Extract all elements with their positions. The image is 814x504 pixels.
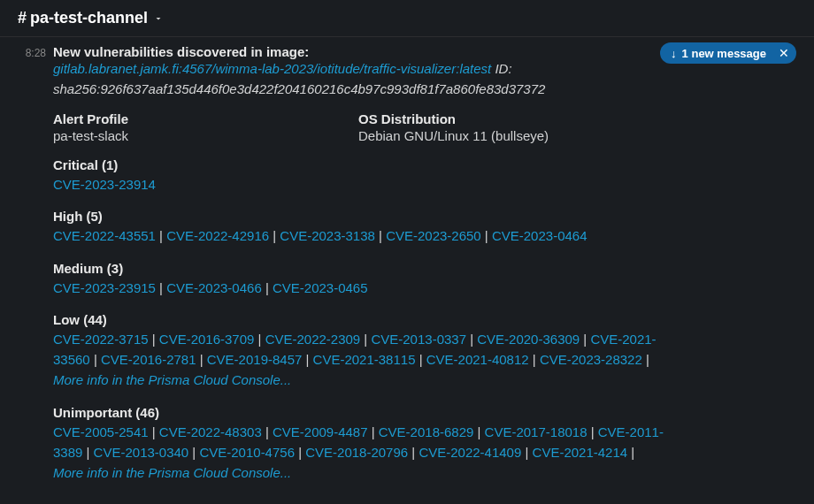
separator: | xyxy=(196,352,207,367)
more-info-link[interactable]: More info in the Prisma Cloud Console... xyxy=(53,372,291,387)
cve-link[interactable]: CVE-2009-4487 xyxy=(273,424,368,439)
separator: | xyxy=(90,352,101,367)
arrow-down-icon: ↓ xyxy=(671,47,677,60)
cve-link[interactable]: CVE-2023-2650 xyxy=(386,228,481,243)
cve-link[interactable]: CVE-2021-40812 xyxy=(426,352,529,367)
new-message-label: 1 new message xyxy=(682,47,766,60)
image-ref-link[interactable]: gitlab.labranet.jamk.fi:4567/wimma-lab-2… xyxy=(53,61,491,76)
cve-link[interactable]: CVE-2022-48303 xyxy=(159,424,262,439)
cve-link[interactable]: CVE-2023-3138 xyxy=(280,228,375,243)
separator: | xyxy=(360,332,371,347)
close-icon[interactable]: ✕ xyxy=(779,46,789,60)
id-label: ID: xyxy=(495,61,511,76)
cve-link[interactable]: CVE-2021-4214 xyxy=(533,445,628,460)
separator: | xyxy=(416,352,426,367)
cve-link[interactable]: CVE-2019-8457 xyxy=(207,352,303,367)
cve-link[interactable]: CVE-2018-6829 xyxy=(379,424,474,439)
message-headline: New vulnerabilities discovered in image: xyxy=(53,44,664,59)
alert-profile-value: pa-test-slack xyxy=(53,128,358,143)
cve-link[interactable]: CVE-2018-20796 xyxy=(305,445,408,460)
more-info-link[interactable]: More info in the Prisma Cloud Console... xyxy=(53,465,291,480)
channel-name: pa-test-channel xyxy=(30,9,148,27)
cve-link[interactable]: CVE-2022-41409 xyxy=(419,445,521,460)
cve-link[interactable]: CVE-2023-28322 xyxy=(540,352,642,367)
field-alert-profile: Alert Profile pa-test-slack xyxy=(53,111,358,143)
cve-link[interactable]: CVE-2013-0340 xyxy=(94,445,189,460)
separator: | xyxy=(408,445,419,460)
image-line: gitlab.labranet.jamk.fi:4567/wimma-lab-2… xyxy=(53,59,664,99)
separator: | xyxy=(473,424,484,439)
cve-list: CVE-2023-23915 | CVE-2023-0466 | CVE-202… xyxy=(53,278,664,298)
separator: | xyxy=(587,424,598,439)
cve-list: CVE-2022-3715 | CVE-2016-3709 | CVE-2022… xyxy=(53,329,664,391)
separator: | xyxy=(521,445,532,460)
separator: | xyxy=(580,332,590,347)
new-message-pill[interactable]: ↓ 1 new message ✕ xyxy=(660,42,796,64)
cve-link[interactable]: CVE-2005-2541 xyxy=(53,424,149,439)
separator: | xyxy=(481,228,492,243)
os-dist-label: OS Distribution xyxy=(358,111,664,126)
vuln-category: High (5)CVE-2022-43551 | CVE-2022-42916 … xyxy=(53,209,664,246)
chevron-down-icon xyxy=(153,13,164,24)
vulnerability-categories: Critical (1)CVE-2023-23914High (5)CVE-20… xyxy=(53,157,664,483)
message-area: ↓ 1 new message ✕ 8:28 New vulnerabiliti… xyxy=(0,37,814,500)
separator: | xyxy=(149,332,159,347)
separator: | xyxy=(156,228,166,243)
fields: Alert Profile pa-test-slack OS Distribut… xyxy=(53,111,664,143)
separator: | xyxy=(642,352,649,367)
separator: | xyxy=(254,332,265,347)
cve-link[interactable]: CVE-2013-0337 xyxy=(371,332,466,347)
separator: | xyxy=(262,280,273,295)
field-os-dist: OS Distribution Debian GNU/Linux 11 (bul… xyxy=(358,111,664,143)
separator: | xyxy=(466,332,477,347)
cve-link[interactable]: CVE-2022-43551 xyxy=(53,228,156,243)
cve-list: CVE-2022-43551 | CVE-2022-42916 | CVE-20… xyxy=(53,225,664,246)
cve-link[interactable]: CVE-2023-23915 xyxy=(53,280,156,295)
cve-link[interactable]: CVE-2022-2309 xyxy=(265,332,361,347)
vuln-category: Low (44)CVE-2022-3715 | CVE-2016-3709 | … xyxy=(53,312,664,391)
category-title: Low (44) xyxy=(53,312,664,327)
category-title: Medium (3) xyxy=(53,261,664,276)
cve-link[interactable]: CVE-2020-36309 xyxy=(477,332,580,347)
separator: | xyxy=(302,352,312,367)
timestamp: 8:28 xyxy=(18,44,53,483)
category-title: High (5) xyxy=(53,209,664,224)
separator: | xyxy=(269,228,280,243)
channel-title[interactable]: # pa-test-channel xyxy=(18,9,164,27)
cve-link[interactable]: CVE-2022-42916 xyxy=(166,228,269,243)
cve-link[interactable]: CVE-2017-18018 xyxy=(485,424,587,439)
cve-link[interactable]: CVE-2010-4756 xyxy=(199,445,295,460)
cve-link[interactable]: CVE-2016-3709 xyxy=(159,332,255,347)
separator: | xyxy=(262,424,273,439)
separator: | xyxy=(375,228,386,243)
cve-link[interactable]: CVE-2021-38115 xyxy=(313,352,416,367)
cve-link[interactable]: CVE-2022-3715 xyxy=(53,332,149,347)
cve-link[interactable]: CVE-2023-0465 xyxy=(273,280,368,295)
separator: | xyxy=(529,352,540,367)
separator: | xyxy=(149,424,159,439)
separator: | xyxy=(368,424,379,439)
message-body: New vulnerabilities discovered in image:… xyxy=(53,44,664,483)
cve-list: CVE-2023-23914 xyxy=(53,174,664,195)
os-dist-value: Debian GNU/Linux 11 (bullseye) xyxy=(358,128,664,143)
cve-link[interactable]: CVE-2023-0464 xyxy=(492,228,587,243)
image-sha: sha256:926f637aaf135d446f0e3d422f2041602… xyxy=(53,81,545,96)
vuln-category: Medium (3)CVE-2023-23915 | CVE-2023-0466… xyxy=(53,261,664,298)
cve-list: CVE-2005-2541 | CVE-2022-48303 | CVE-200… xyxy=(53,422,664,484)
cve-link[interactable]: CVE-2023-0466 xyxy=(166,280,262,295)
message-row: 8:28 New vulnerabilities discovered in i… xyxy=(18,44,796,483)
vuln-category: Critical (1)CVE-2023-23914 xyxy=(53,157,664,195)
separator: | xyxy=(156,280,166,295)
category-title: Critical (1) xyxy=(53,157,664,172)
hash-icon: # xyxy=(18,9,27,27)
alert-profile-label: Alert Profile xyxy=(53,111,358,126)
vuln-category: Unimportant (46)CVE-2005-2541 | CVE-2022… xyxy=(53,405,664,484)
separator: | xyxy=(627,445,634,460)
cve-link[interactable]: CVE-2016-2781 xyxy=(101,352,196,367)
separator: | xyxy=(82,445,93,460)
cve-link[interactable]: CVE-2023-23914 xyxy=(53,177,156,192)
category-title: Unimportant (46) xyxy=(53,405,664,420)
channel-header: # pa-test-channel xyxy=(0,0,814,37)
separator: | xyxy=(188,445,199,460)
separator: | xyxy=(295,445,305,460)
